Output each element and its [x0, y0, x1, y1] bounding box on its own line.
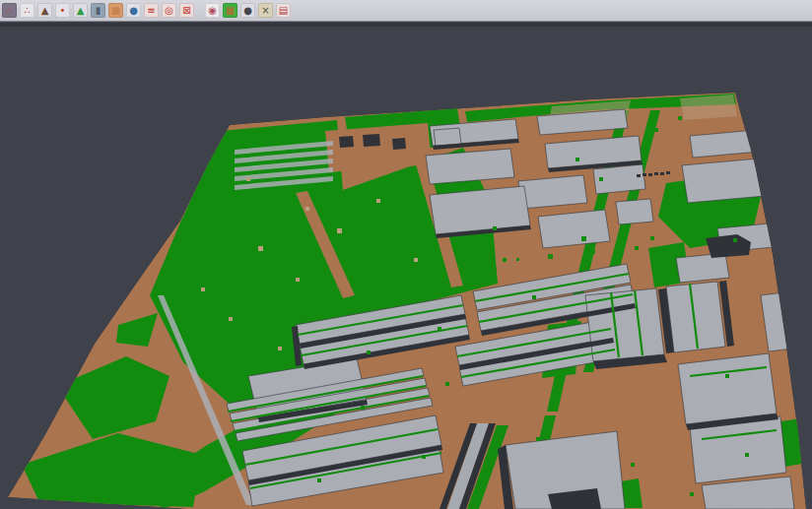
clip-box-icon[interactable]: ×: [258, 3, 273, 18]
application-window: ∴∴▲•▲▮■●≡◎⊠◉▦●×▤: [0, 0, 812, 509]
globe-3d-icon[interactable]: ●: [126, 3, 141, 18]
toolbar: ∴∴▲•▲▮■●≡◎⊠◉▦●×▤: [0, 0, 812, 22]
select-point-icon[interactable]: •: [55, 3, 70, 18]
classify-points-icon[interactable]: ∴: [20, 3, 34, 18]
viewport-top-strip: [0, 23, 812, 27]
classification-map-icon[interactable]: ▦: [223, 3, 237, 18]
cross-section-icon[interactable]: ≡: [144, 3, 159, 18]
orthophoto-icon[interactable]: ■: [108, 3, 123, 18]
viewport-3d[interactable]: [0, 23, 812, 509]
circle-select-icon[interactable]: ◎: [162, 3, 176, 18]
sphere-icon[interactable]: ●: [240, 3, 255, 18]
extent-select-icon[interactable]: ⊠: [179, 3, 194, 18]
layer-flag-icon[interactable]: ▤: [276, 3, 291, 18]
terrain-model-icon[interactable]: ▲: [73, 3, 88, 18]
snapshot-icon[interactable]: ◉: [205, 3, 220, 18]
point-cloud-icon[interactable]: ∴: [2, 3, 17, 18]
tin-terrain-icon[interactable]: ▲: [37, 3, 52, 18]
point-cloud-scene: [0, 23, 812, 509]
profile-view-icon[interactable]: ▮: [91, 3, 105, 18]
